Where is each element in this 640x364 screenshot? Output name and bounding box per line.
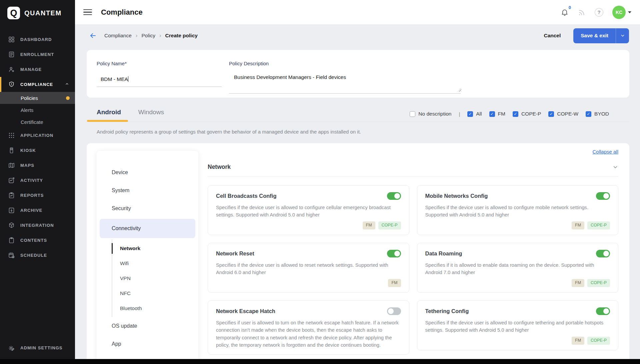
setting-card-mobile-networks: Mobile Networks Config Specifies if the … (417, 185, 619, 235)
tethering-toggle[interactable] (596, 307, 610, 315)
save-options-dropdown[interactable] (616, 28, 629, 43)
activity-chart-icon (8, 177, 15, 184)
maps-icon (8, 162, 15, 169)
avatar[interactable]: KC (612, 6, 626, 19)
chevron-up-icon (64, 81, 70, 88)
network-section-header[interactable]: Network (208, 164, 618, 177)
hamburger-menu-icon[interactable] (83, 8, 92, 17)
policy-nav-system[interactable]: System (97, 182, 198, 199)
no-description-checkbox[interactable] (410, 111, 415, 117)
dashboard-grid-icon (8, 36, 15, 43)
fm-badge: FM (572, 279, 584, 287)
policy-nav-security[interactable]: Security (97, 199, 198, 217)
back-arrow-icon[interactable] (89, 32, 97, 40)
data-roaming-toggle[interactable] (596, 250, 610, 257)
sidebar-nav: DASHBOARD ENROLLMENT MANAGE COMPLIANCE (0, 32, 75, 263)
application-dots-icon (8, 132, 15, 139)
policy-nav-wifi[interactable]: Wifi (112, 256, 198, 271)
admin-settings-gear-icon (8, 344, 15, 352)
user-menu[interactable]: KC (612, 6, 631, 19)
policy-nav-bluetooth[interactable]: Bluetooth (112, 301, 198, 316)
archive-box-icon (8, 207, 15, 214)
chevron-down-icon[interactable] (612, 164, 618, 170)
byod-checkbox[interactable] (586, 111, 591, 117)
quantem-logo-icon: Q (7, 7, 20, 19)
filter-checkboxes: No description | All FM COPE-P COPE-W BY… (410, 111, 613, 122)
policy-nav-device[interactable]: Device (97, 164, 198, 182)
sidebar-item-compliance[interactable]: COMPLIANCE (0, 77, 75, 92)
feed-rss-icon[interactable] (578, 8, 586, 16)
policy-name-input[interactable]: BDM - MEA (97, 76, 222, 87)
cancel-button[interactable]: Cancel (544, 33, 561, 39)
sidebar-item-archive[interactable]: ARCHIVE (0, 203, 75, 218)
breadcrumb-compliance[interactable]: Compliance (104, 33, 132, 39)
notifications-bell-icon[interactable]: 0 (561, 8, 569, 16)
collapse-all-link[interactable]: Collapse all (592, 149, 618, 155)
sidebar-item-dashboard[interactable]: DASHBOARD (0, 32, 75, 47)
sidebar-item-enrollment[interactable]: ENROLLMENT (0, 47, 75, 62)
cope-p-badge: COPE-P (378, 221, 401, 229)
setting-card-network-reset: Network Reset Specifies if the device us… (208, 243, 409, 293)
breadcrumb-create-policy: Create policy (165, 33, 198, 39)
text-cursor (128, 76, 129, 82)
sidebar-item-admin-settings[interactable]: ADMIN SETTINGS (0, 340, 75, 355)
sidebar-item-certificate[interactable]: Certificate (0, 116, 75, 128)
integration-cube-icon (8, 222, 15, 229)
policy-settings-card: Device System Security Connectivity Netw… (87, 143, 629, 364)
top-bar: Compliance 0 KC (75, 0, 640, 25)
policy-form-card: Policy Name* BDM - MEA Policy Descriptio… (87, 50, 629, 98)
network-section-title: Network (208, 164, 231, 171)
sidebar-item-reports[interactable]: REPORTS (0, 188, 75, 203)
cope-p-checkbox[interactable] (513, 111, 518, 117)
page-title: Compliance (101, 8, 143, 17)
tab-windows[interactable]: Windows (138, 109, 164, 122)
compliance-subnav: Policies Alerts Certificate (0, 92, 75, 128)
sidebar: Q QUANTEM DASHBOARD ENROLLMENT MANAGE (0, 0, 75, 364)
setting-card-data-roaming: Data Roaming Specifies if it is allowed … (417, 243, 619, 293)
chevron-down-icon (628, 11, 631, 13)
mobile-networks-toggle[interactable] (596, 192, 610, 200)
brand-name: QUANTEM (24, 9, 62, 17)
sidebar-item-application[interactable]: APPLICATION (0, 128, 75, 143)
reports-clipboard-icon (8, 192, 15, 199)
policy-description-label: Policy Description (229, 61, 461, 66)
fm-badge: FM (363, 221, 375, 229)
sidebar-item-contents[interactable]: CONTENTS (0, 233, 75, 248)
policy-sections-nav: Device System Security Connectivity Netw… (97, 151, 198, 364)
enrollment-doc-icon (8, 51, 15, 58)
cell-broadcasts-toggle[interactable] (387, 192, 401, 200)
policy-nav-network[interactable]: Network (112, 241, 198, 256)
cope-w-checkbox[interactable] (548, 111, 554, 117)
policy-nav-connectivity[interactable]: Connectivity (100, 219, 195, 238)
policy-nav-app[interactable]: App (97, 335, 198, 353)
tab-android[interactable]: Android (97, 109, 121, 122)
connectivity-subnav: Network Wifi VPN NFC Bluetooth (112, 239, 198, 317)
help-icon[interactable] (595, 8, 603, 17)
policy-nav-os-update[interactable]: OS update (97, 317, 198, 335)
compliance-shield-icon (8, 81, 15, 88)
policy-nav-vpn[interactable]: VPN (112, 271, 198, 286)
sidebar-item-alerts[interactable]: Alerts (0, 104, 75, 116)
notification-count-badge: 0 (569, 5, 571, 10)
network-reset-toggle[interactable] (387, 250, 401, 257)
network-escape-hatch-toggle[interactable] (387, 307, 401, 315)
sidebar-item-manage[interactable]: MANAGE (0, 62, 75, 77)
brand: Q QUANTEM (0, 0, 75, 26)
save-exit-button[interactable]: Save & exit (573, 28, 629, 43)
android-policy-description: Android policy represents a group of set… (97, 129, 629, 135)
sidebar-item-policies[interactable]: Policies (0, 92, 75, 104)
sidebar-item-activity[interactable]: ACTIVITY (0, 173, 75, 188)
cope-p-badge: COPE-P (587, 279, 610, 287)
fm-checkbox[interactable] (489, 111, 495, 117)
sidebar-item-integration[interactable]: INTEGRATION (0, 218, 75, 233)
fm-badge: FM (388, 279, 401, 287)
setting-card-network-escape-hatch: Network Escape Hatch Specifies if user i… (208, 300, 409, 355)
breadcrumb-policy[interactable]: Policy (142, 33, 155, 39)
all-checkbox[interactable] (467, 111, 473, 117)
manage-user-icon (8, 66, 15, 73)
sidebar-item-kiosk[interactable]: KIOSK (0, 143, 75, 158)
policy-description-input[interactable]: Business Development Managers - Field de… (229, 74, 461, 94)
policy-nav-nfc[interactable]: NFC (112, 286, 198, 301)
sidebar-item-schedule[interactable]: SCHEDULE (0, 248, 75, 263)
sidebar-item-maps[interactable]: MAPS (0, 158, 75, 173)
